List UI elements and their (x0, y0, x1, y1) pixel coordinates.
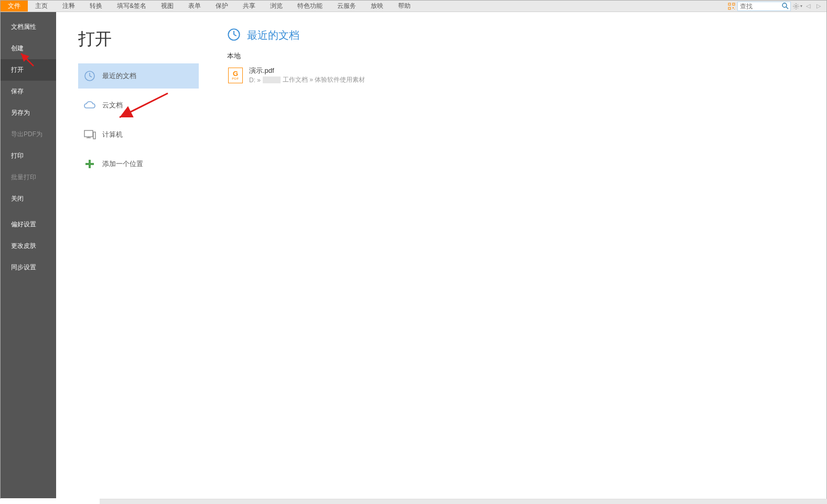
clock-icon (83, 70, 96, 82)
cloud-icon (83, 99, 96, 112)
open-options-panel: 打开 最近的文档 云文档 计算机 添加一个位置 (56, 12, 208, 498)
menubar-tab-comment[interactable]: 注释 (55, 1, 82, 12)
svg-rect-0 (728, 3, 731, 5)
svg-rect-19 (84, 130, 93, 137)
menubar: 文件 主页 注释 转换 填写&签名 视图 表单 保护 共享 浏览 特色功能 云服… (1, 1, 826, 12)
option-label: 最近的文档 (102, 71, 136, 81)
svg-line-12 (794, 4, 794, 5)
menubar-tab-view[interactable]: 视图 (154, 1, 181, 12)
sidebar-item-close[interactable]: 关闭 (1, 188, 56, 210)
option-label: 计算机 (102, 130, 123, 139)
qr-icon[interactable] (727, 2, 736, 11)
option-add-location[interactable]: 添加一个位置 (78, 151, 199, 177)
sidebar-item-save[interactable]: 保存 (1, 81, 56, 102)
option-label: 添加一个位置 (102, 159, 143, 169)
pdf-file-icon: GPDF (228, 68, 243, 83)
option-cloud-docs[interactable]: 云文档 (78, 93, 199, 118)
svg-rect-24 (85, 163, 94, 165)
menubar-tab-browse[interactable]: 浏览 (263, 1, 290, 12)
sidebar-item-create[interactable]: 创建 (1, 38, 56, 59)
gear-icon[interactable]: ▾ (792, 2, 802, 11)
option-recent-docs[interactable]: 最近的文档 (78, 63, 199, 89)
redacted-path-segment (263, 76, 281, 83)
sidebar-item-properties[interactable]: 文档属性 (1, 16, 56, 38)
content-header-title: 最近的文档 (247, 28, 299, 42)
sidebar-item-sync[interactable]: 同步设置 (1, 257, 56, 278)
sidebar-item-preferences[interactable]: 偏好设置 (1, 214, 56, 235)
nav-prev-icon[interactable]: ◁ (803, 2, 813, 11)
svg-rect-4 (734, 9, 735, 9)
svg-rect-2 (728, 7, 731, 9)
svg-rect-1 (733, 3, 735, 5)
menubar-tab-slideshow[interactable]: 放映 (363, 1, 391, 12)
svg-line-14 (794, 7, 794, 8)
menubar-tab-fill-sign[interactable]: 填写&签名 (110, 1, 154, 12)
svg-line-18 (90, 76, 92, 77)
search-input[interactable] (738, 3, 780, 10)
clock-icon (227, 28, 241, 43)
recent-file-row[interactable]: GPDF 演示.pdf D: » 工作文档 » 体验软件使用素材 (227, 64, 816, 86)
menubar-tab-file[interactable]: 文件 (1, 1, 28, 12)
menubar-tab-cloud[interactable]: 云服务 (330, 1, 363, 12)
menubar-tab-convert[interactable]: 转换 (82, 1, 110, 12)
menubar-tab-home[interactable]: 主页 (28, 1, 55, 12)
file-path: D: » 工作文档 » 体验软件使用素材 (249, 75, 365, 84)
sidebar-item-print[interactable]: 打印 (1, 145, 56, 167)
file-name: 演示.pdf (249, 66, 365, 75)
svg-line-27 (234, 35, 237, 36)
search-box (737, 2, 791, 11)
sidebar-item-batch-print[interactable]: 批量打印 (1, 167, 56, 188)
menubar-tab-help[interactable]: 帮助 (391, 1, 418, 12)
content-header: 最近的文档 (227, 28, 816, 43)
menubar-tab-protect[interactable]: 保护 (208, 1, 235, 12)
menubar-tab-form[interactable]: 表单 (181, 1, 208, 12)
page-title: 打开 (78, 28, 199, 51)
svg-line-6 (786, 7, 788, 9)
nav-next-icon[interactable]: ▷ (814, 2, 823, 11)
svg-rect-3 (733, 7, 734, 8)
sidebar-item-save-as[interactable]: 另存为 (1, 102, 56, 124)
svg-rect-20 (93, 132, 95, 139)
svg-line-15 (797, 4, 798, 5)
bottom-bar (0, 499, 827, 504)
scrollbar-track[interactable] (100, 499, 827, 504)
option-computer[interactable]: 计算机 (78, 122, 199, 147)
sidebar-item-export-pdf[interactable]: 导出PDF为 (1, 124, 56, 145)
option-label: 云文档 (102, 101, 123, 110)
menubar-tab-special[interactable]: 特色功能 (290, 1, 330, 12)
svg-line-13 (797, 7, 798, 8)
content-panel: 最近的文档 本地 GPDF 演示.pdf D: » 工作文档 » 体验软件使用素… (208, 12, 826, 498)
search-icon[interactable] (780, 2, 790, 11)
svg-point-5 (782, 3, 787, 7)
plus-icon (83, 158, 96, 170)
computer-icon (83, 128, 96, 141)
sidebar-item-skin[interactable]: 更改皮肤 (1, 235, 56, 257)
sidebar-item-open[interactable]: 打开 (1, 59, 56, 81)
file-sidebar: 文档属性 创建 打开 保存 另存为 导出PDF为 打印 批量打印 关闭 偏好设置… (1, 12, 56, 498)
svg-point-7 (795, 5, 797, 7)
section-label-local: 本地 (227, 51, 816, 61)
menubar-tab-share[interactable]: 共享 (235, 1, 263, 12)
